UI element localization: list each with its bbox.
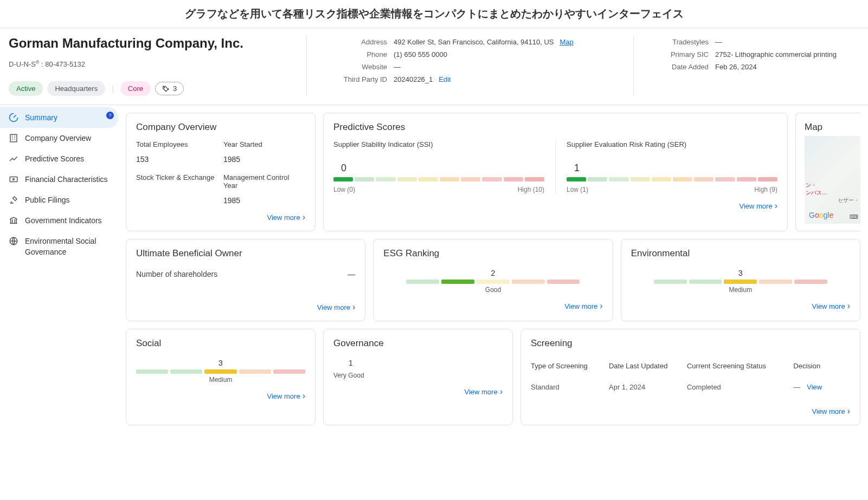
svg-point-3 (13, 179, 15, 180)
value-third-party-id: 20240226_1 Edit (394, 75, 451, 83)
view-more-overview[interactable]: View more› (136, 212, 305, 222)
content-area: Company Overview Total Employees153 Year… (118, 105, 868, 433)
nav-predictive-scores[interactable]: Predictive Scores (0, 148, 118, 169)
card-esg-ranking: ESG Ranking 2 Good View more› (373, 239, 613, 321)
card-title-esg: ESG Ranking (383, 248, 602, 259)
value-website: — (394, 63, 401, 71)
card-screening: Screening Type of Screening Date Last Up… (520, 329, 860, 425)
ser-scale (567, 177, 777, 181)
svg-point-0 (164, 87, 165, 88)
view-more-governance[interactable]: View more› (333, 387, 503, 397)
label-phone: Phone (333, 50, 387, 59)
card-social: Social 3 Medium View more› (126, 329, 316, 425)
map-thumbnail[interactable]: ン・ンパス… セザー・ Google ⌨ (805, 136, 860, 224)
gov-value: 1 (349, 359, 503, 367)
card-map: Map ン・ンパス… セザー・ Google ⌨ (795, 113, 860, 231)
view-more-esg[interactable]: View more› (383, 301, 602, 311)
social-label: Medium (136, 376, 305, 384)
value-year-started: 1985 (223, 155, 305, 164)
label-date-added: Date Added (660, 63, 709, 71)
ssi-score: 0 (341, 163, 544, 174)
gavel-icon (9, 195, 18, 205)
chevron-right-icon: › (352, 302, 355, 312)
edit-link[interactable]: Edit (439, 75, 451, 83)
screening-type: Standard (531, 383, 609, 391)
screening-view-link[interactable]: View (807, 383, 822, 391)
divider (0, 28, 868, 28)
value-address: 492 Koller St, San Francisco, California… (394, 38, 574, 46)
company-name: Gorman Manufacturing Company, Inc. (9, 36, 295, 51)
institution-icon (9, 216, 18, 225)
card-title-screening: Screening (531, 338, 850, 349)
badge-separator: | (112, 85, 114, 93)
nav-government-indicators[interactable]: Government Indicators (0, 210, 118, 231)
screening-status: Completed (687, 383, 793, 391)
label-shareholders: Number of shareholders (136, 270, 217, 278)
badge-core[interactable]: Core (120, 81, 151, 96)
label-third-party-id: Third Party ID (333, 75, 387, 83)
view-more-environmental[interactable]: View more› (631, 301, 850, 311)
esg-value: 2 (383, 269, 602, 277)
value-date-added: Feb 26, 2024 (715, 63, 757, 71)
gov-label: Very Good (333, 372, 503, 379)
screening-table-row: Standard Apr 1, 2024 Completed —View (531, 375, 850, 399)
env-label: Medium (631, 286, 850, 294)
company-header: Gorman Manufacturing Company, Inc. D-U-N… (0, 36, 868, 105)
badge-active[interactable]: Active (9, 81, 43, 96)
value-total-employees: 153 (136, 155, 218, 164)
screening-table-header: Type of Screening Date Last Updated Curr… (531, 356, 850, 375)
card-title-governance: Governance (333, 338, 503, 349)
label-primary-sic: Primary SIC (660, 50, 709, 59)
ser-low: Low (1) (567, 186, 588, 193)
card-governance: Governance 1 Very Good View more› (323, 329, 513, 425)
card-title-social: Social (136, 338, 305, 349)
google-logo-icon: Google (809, 211, 833, 219)
page-heading: グラフなどを用いて各種リスク指標や企業情報をコンパクトにまとめたわかりやすいイン… (0, 0, 868, 28)
value-tradestyles: — (715, 38, 722, 46)
nav-public-filings[interactable]: Public Filings (0, 190, 118, 210)
nav-esg[interactable]: Environmental Social Governance (0, 231, 118, 263)
ssi-title: Supplier Stability Indicator (SSI) (333, 140, 544, 148)
building-icon (9, 133, 18, 143)
card-title-predictive: Predictive Scores (333, 122, 777, 133)
nav-financial-characteristics[interactable]: Financial Characteristics (0, 169, 118, 190)
env-scale (654, 280, 827, 284)
view-more-ubo[interactable]: View more› (136, 302, 355, 312)
nav-summary[interactable]: Summary ? (0, 107, 118, 128)
card-environmental: Environmental 3 Medium View more› (621, 239, 860, 321)
nav-company-overview[interactable]: Company Overview (0, 128, 118, 148)
view-more-predictive[interactable]: View more› (333, 201, 777, 211)
card-company-overview: Company Overview Total Employees153 Year… (126, 113, 316, 231)
ssi-scale (333, 177, 544, 181)
gauge-icon (9, 113, 18, 122)
label-address: Address (333, 38, 387, 46)
env-value: 3 (631, 269, 850, 277)
ser-title: Supplier Evaluation Risk Rating (SER) (567, 140, 777, 148)
chevron-right-icon: › (303, 212, 305, 222)
tag-count-badge[interactable]: 3 (155, 82, 184, 95)
ssi-low: Low (0) (333, 186, 355, 193)
globe-icon (9, 236, 18, 246)
card-title-overview: Company Overview (136, 122, 305, 133)
ser-high: High (9) (754, 186, 777, 193)
tag-icon (162, 85, 170, 93)
view-more-social[interactable]: View more› (136, 391, 305, 401)
card-title-map: Map (805, 122, 860, 133)
label-total-employees: Total Employees (136, 140, 218, 148)
screening-decision: — (793, 383, 800, 391)
map-link[interactable]: Map (560, 38, 573, 46)
svg-rect-1 (10, 135, 17, 142)
value-shareholders: — (348, 270, 355, 278)
chevron-right-icon: › (600, 301, 602, 311)
chevron-right-icon: › (303, 391, 305, 401)
view-more-screening[interactable]: View more› (531, 406, 850, 416)
value-phone: (1) 650 555 0000 (394, 50, 447, 59)
ser-score: 1 (574, 163, 777, 174)
social-scale (136, 369, 305, 374)
badge-headquarters[interactable]: Headquarters (47, 81, 105, 96)
label-stock-ticker: Stock Ticker & Exchange (136, 173, 218, 181)
esg-scale (406, 280, 580, 284)
nav-badge-icon: ? (106, 112, 114, 119)
card-title-ubo: Ultimate Beneficial Owner (136, 248, 355, 259)
sidebar: Summary ? Company Overview Predictive Sc… (0, 105, 118, 433)
